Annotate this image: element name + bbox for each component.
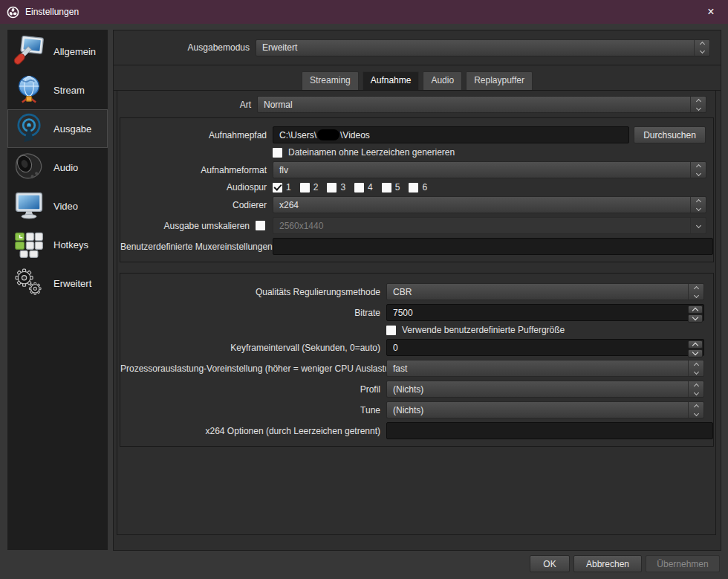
audio-track-6-label: 6 (422, 182, 427, 193)
sidebar-item-label: Allgemein (53, 46, 96, 57)
close-icon[interactable]: × (694, 0, 728, 24)
encoder-label: Codierer (120, 200, 273, 210)
tab-audio[interactable]: Audio (423, 71, 462, 90)
recording-format-select[interactable]: flv (273, 161, 706, 178)
audio-track-3-checkbox[interactable] (327, 183, 337, 193)
muxer-row: Benutzerdefinierte Muxereinstellungen (120, 238, 713, 255)
audio-track-5-checkbox[interactable] (382, 183, 391, 193)
rescale-label: Ausgabe umskalieren (120, 221, 256, 231)
recording-path-label: Aufnahmepfad (120, 130, 273, 140)
stream-icon (13, 74, 45, 106)
custom-buffer-checkbox[interactable] (386, 326, 396, 335)
recording-format-label: Aufnahmeformat (120, 165, 273, 175)
tune-label: Tune (120, 405, 386, 415)
audio-track-6-checkbox[interactable] (409, 183, 418, 193)
audio-track-label: Audiospur (120, 182, 273, 193)
tab-replaypuffer[interactable]: Replaypuffer (466, 71, 533, 90)
keyframe-spinbox (386, 339, 704, 356)
preset-value: fast (393, 363, 407, 374)
x264-options-label: x264 Optionen (durch Leerzeichen getrenn… (120, 426, 386, 436)
x264-options-input[interactable] (386, 422, 713, 439)
profile-value: (Nichts) (393, 384, 423, 395)
sidebar-item-erweitert[interactable]: Erweitert (7, 264, 108, 303)
rate-control-select[interactable]: CBR (386, 283, 704, 300)
sidebar-item-allgemein[interactable]: Allgemein (7, 32, 108, 71)
sidebar-item-stream[interactable]: Stream (7, 71, 108, 109)
preset-label: Prozessorauslastung-Voreinstellung (höhe… (120, 363, 386, 374)
sidebar-item-label: Ausgabe (53, 123, 91, 135)
output-mode-select[interactable]: Erweitert (256, 39, 710, 56)
bitrate-spinbox (386, 304, 704, 321)
rescale-resolution-value: 2560x1440 (279, 221, 323, 231)
general-icon (13, 35, 45, 68)
cancel-button[interactable]: Abbrechen (573, 555, 642, 572)
sidebar-item-label: Erweitert (53, 278, 91, 289)
output-mode-row: Ausgabemodus Erweitert (114, 30, 721, 65)
audio-track-2-label: 2 (313, 182, 319, 193)
bitrate-increase-button[interactable] (688, 305, 703, 314)
keyframe-increase-button[interactable] (688, 340, 703, 349)
video-icon (13, 190, 45, 222)
settings-sidebar: Allgemein Stream Ausgabe (7, 30, 108, 550)
encoder-settings-group: Qualitäts Regulierungsmethode CBR Bitrat… (120, 273, 714, 447)
browse-button[interactable]: Durchsuchen (634, 126, 706, 143)
rescale-checkbox[interactable] (256, 221, 265, 230)
audio-track-2-checkbox[interactable] (300, 183, 310, 193)
audio-icon (13, 151, 45, 184)
rescale-resolution-select[interactable]: 2560x1440 (273, 217, 706, 234)
keyframe-label: Keyframeintervall (Sekunden, 0=auto) (120, 343, 386, 353)
rescale-row: Ausgabe umskalieren 2560x1440 (120, 217, 713, 234)
combo-spinner-icon (688, 381, 703, 397)
tab-streaming[interactable]: Streaming (302, 71, 359, 90)
combo-dropdown-icon (690, 218, 706, 233)
bitrate-decrease-button[interactable] (688, 314, 703, 323)
sidebar-item-label: Hotkeys (53, 239, 88, 250)
tune-select[interactable]: (Nichts) (386, 401, 704, 418)
obs-logo-icon (7, 6, 19, 19)
no-spaces-row: Dateinamen ohne Leerzeichen generieren (273, 147, 713, 158)
muxer-input[interactable] (273, 238, 713, 255)
output-tab-bar: Streaming Aufnahme Audio Replaypuffer (114, 65, 721, 91)
recording-path-row: Aufnahmepfad C:\Users\\Videos Durchsuche… (120, 126, 713, 143)
output-mode-label: Ausgabemodus (114, 42, 256, 53)
recording-type-select[interactable]: Normal (257, 96, 706, 113)
window-title: Einstellungen (25, 7, 79, 17)
tab-aufnahme[interactable]: Aufnahme (363, 71, 420, 90)
sidebar-item-label: Video (53, 201, 78, 212)
recording-type-value: Normal (264, 100, 293, 110)
no-spaces-label: Dateinamen ohne Leerzeichen generieren (288, 147, 455, 158)
ok-button[interactable]: OK (530, 555, 570, 572)
combo-spinner-icon (690, 197, 706, 213)
combo-spinner-icon (694, 40, 709, 56)
redacted-username (317, 129, 339, 140)
keyframe-input[interactable] (387, 340, 703, 355)
sidebar-item-label: Audio (53, 162, 78, 173)
audio-track-4-label: 4 (368, 182, 373, 193)
combo-spinner-icon (690, 97, 706, 112)
apply-button[interactable]: Übernehmen (646, 555, 720, 572)
profile-select[interactable]: (Nichts) (386, 381, 704, 398)
profile-label: Profil (120, 384, 386, 395)
custom-buffer-row: Verwende benutzerdefinierte Puffergröße (386, 325, 713, 335)
audio-track-5-label: 5 (395, 182, 400, 193)
sidebar-item-hotkeys[interactable]: Hotkeys (7, 225, 108, 264)
preset-select[interactable]: fast (386, 360, 704, 377)
recording-path-input[interactable]: C:\Users\\Videos (273, 126, 629, 143)
custom-buffer-label: Verwende benutzerdefinierte Puffergröße (402, 325, 565, 335)
sidebar-item-ausgabe[interactable]: Ausgabe (7, 109, 108, 148)
sidebar-item-video[interactable]: Video (7, 187, 108, 225)
sidebar-item-audio[interactable]: Audio (7, 148, 108, 187)
audio-track-4-checkbox[interactable] (354, 183, 364, 193)
combo-spinner-icon (690, 162, 706, 178)
encoder-row: Codierer x264 (120, 196, 713, 213)
combo-spinner-icon (688, 284, 703, 300)
keyframe-decrease-button[interactable] (688, 349, 703, 358)
x264-options-row: x264 Optionen (durch Leerzeichen getrenn… (120, 422, 713, 439)
bitrate-input[interactable] (387, 305, 703, 320)
recording-tab-pane: Art Normal Aufnahmepfad C:\Users\\Videos… (117, 91, 716, 535)
recording-format-value: flv (279, 165, 288, 175)
encoder-select[interactable]: x264 (273, 196, 706, 213)
audio-track-1-checkbox[interactable] (273, 183, 282, 193)
recording-format-row: Aufnahmeformat flv (120, 161, 713, 178)
no-spaces-checkbox[interactable] (273, 148, 282, 158)
